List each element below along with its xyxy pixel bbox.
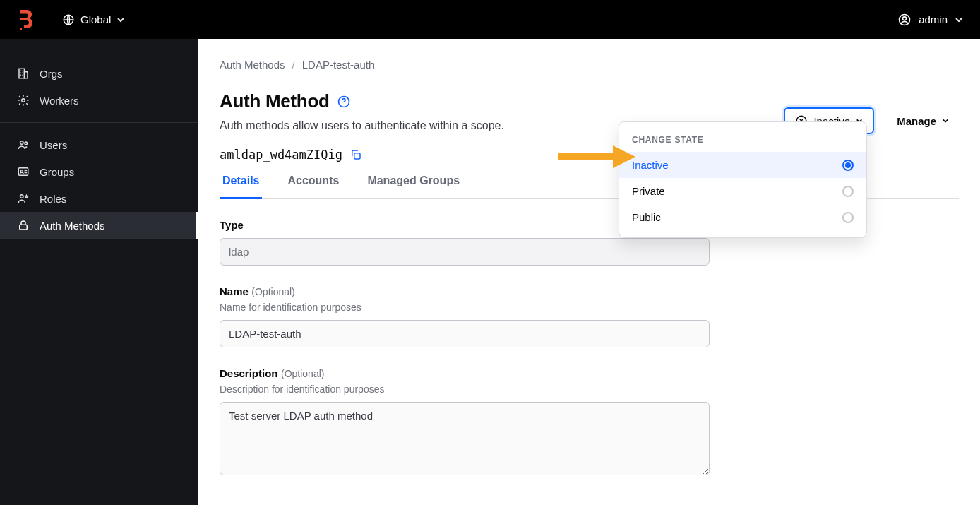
name-help: Name for identification purposes xyxy=(220,302,710,313)
sidebar-item-auth-methods[interactable]: Auth Methods xyxy=(0,212,198,239)
header-actions: Inactive Manage CHANGE STATE Inactive Pr… xyxy=(784,90,959,134)
sidebar-item-orgs[interactable]: Orgs xyxy=(0,60,198,87)
type-input xyxy=(220,238,710,266)
dropdown-item-public[interactable]: Public xyxy=(619,204,866,230)
building-icon xyxy=(17,67,30,80)
state-dropdown: CHANGE STATE Inactive Private Public xyxy=(619,121,867,238)
dropdown-item-inactive[interactable]: Inactive xyxy=(619,152,866,178)
dropdown-item-private[interactable]: Private xyxy=(619,178,866,204)
breadcrumb-root[interactable]: Auth Methods xyxy=(220,59,285,71)
field-name: Name (Optional) Name for identification … xyxy=(220,285,710,347)
lock-icon xyxy=(17,219,30,232)
optional-label: (Optional) xyxy=(251,286,294,297)
field-description: Description (Optional) Description for i… xyxy=(220,367,710,478)
help-icon[interactable] xyxy=(337,95,351,109)
chevron-down-icon xyxy=(116,16,125,24)
radio-icon xyxy=(842,160,854,171)
svg-point-6 xyxy=(20,141,24,145)
nav-divider xyxy=(0,122,198,123)
description-input[interactable]: Test server LDAP auth method xyxy=(220,402,710,475)
copy-icon[interactable] xyxy=(349,148,362,161)
form: Type Name (Optional) Name for identifica… xyxy=(220,219,710,478)
tab-details[interactable]: Details xyxy=(220,174,262,199)
user-menu[interactable]: admin xyxy=(897,13,963,27)
sidebar-item-roles[interactable]: Roles xyxy=(0,185,198,212)
svg-point-2 xyxy=(903,16,907,20)
dropdown-header: CHANGE STATE xyxy=(619,132,866,152)
svg-point-5 xyxy=(22,99,25,102)
users-icon xyxy=(17,138,30,151)
chevron-down-icon xyxy=(942,117,949,124)
topbar: Global admin xyxy=(0,0,980,39)
breadcrumb: Auth Methods / LDAP-test-auth xyxy=(220,59,959,71)
app-logo xyxy=(17,8,34,31)
breadcrumb-separator: / xyxy=(292,59,295,71)
breadcrumb-current: LDAP-test-auth xyxy=(302,59,375,71)
tab-accounts[interactable]: Accounts xyxy=(285,174,342,199)
globe-icon xyxy=(62,13,75,26)
manage-button[interactable]: Manage xyxy=(887,109,959,133)
sidebar-item-groups[interactable]: Groups xyxy=(0,158,198,185)
user-circle-icon xyxy=(897,13,912,27)
description-label: Description xyxy=(220,367,278,379)
radio-icon xyxy=(842,186,854,197)
name-input[interactable] xyxy=(220,320,710,347)
id-card-icon xyxy=(17,165,30,178)
name-label: Name xyxy=(220,285,249,297)
svg-point-7 xyxy=(25,142,28,145)
svg-rect-8 xyxy=(18,168,28,176)
sidebar-item-workers[interactable]: Workers xyxy=(0,87,198,114)
svg-rect-13 xyxy=(354,153,360,159)
tab-managed-groups[interactable]: Managed Groups xyxy=(364,174,462,199)
scope-label: Global xyxy=(80,13,111,25)
chevron-down-icon xyxy=(955,16,963,24)
sidebar-item-users[interactable]: Users xyxy=(0,131,198,158)
user-label: admin xyxy=(919,13,948,25)
scope-selector[interactable]: Global xyxy=(62,13,125,26)
resource-id: amldap_wd4amZIQig xyxy=(220,148,342,162)
svg-point-9 xyxy=(20,170,23,172)
svg-point-10 xyxy=(20,195,24,198)
svg-rect-11 xyxy=(20,225,28,230)
main-content: Auth Methods / LDAP-test-auth Auth Metho… xyxy=(198,39,980,505)
page-title: Auth Method xyxy=(220,90,330,112)
description-help: Description for identification purposes xyxy=(220,384,710,395)
radio-icon xyxy=(842,212,854,223)
type-label: Type xyxy=(220,219,244,231)
optional-label: (Optional) xyxy=(281,368,324,379)
sidebar: Orgs Workers Users Groups Roles Auth Met… xyxy=(0,39,198,505)
svg-rect-4 xyxy=(25,72,28,78)
person-star-icon xyxy=(17,192,30,205)
svg-rect-3 xyxy=(19,69,25,78)
gear-icon xyxy=(17,94,30,107)
